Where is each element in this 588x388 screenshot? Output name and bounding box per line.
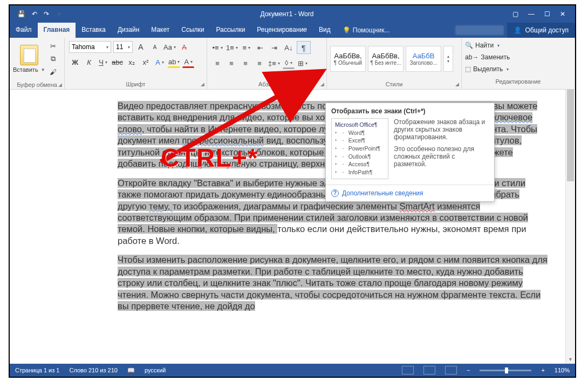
save-icon[interactable]: 💾 xyxy=(17,10,25,18)
ribbon-tabs: Файл Главная Вставка Дизайн Макет Ссылки… xyxy=(10,23,575,38)
bullets-icon[interactable]: •≡▾ xyxy=(211,42,223,53)
clear-formatting-icon[interactable]: A̶ xyxy=(179,41,190,53)
paste-icon[interactable] xyxy=(20,45,38,65)
tooltip-description: Отображение знаков абзаца и других скрыт… xyxy=(394,118,489,179)
tab-design[interactable]: Дизайн xyxy=(112,23,145,38)
show-paragraph-marks-button[interactable]: ¶ xyxy=(297,41,311,54)
tab-view[interactable]: Вид xyxy=(313,23,337,38)
paragraph-dialog-launcher[interactable]: ◢ xyxy=(320,81,324,87)
strikethrough-button[interactable]: abc xyxy=(111,56,124,68)
replace-button[interactable]: ab→ Заменить xyxy=(465,52,571,63)
decrease-indent-icon[interactable]: ⇤ xyxy=(255,42,266,53)
font-size-input[interactable]: 11▾ xyxy=(113,41,133,53)
vertical-scrollbar[interactable]: ▲ ▼ xyxy=(565,90,575,364)
multilevel-icon[interactable]: ≡▾ xyxy=(241,42,252,53)
tab-mailings[interactable]: Рассылки xyxy=(210,23,251,38)
sort-icon[interactable]: A↓ xyxy=(283,42,295,53)
zoom-out-icon[interactable]: − xyxy=(467,367,470,373)
bold-button[interactable]: Ж xyxy=(69,56,81,68)
justify-icon[interactable]: ≡ xyxy=(254,57,265,69)
window-title: Документ1 - Word xyxy=(61,10,512,18)
style-no-spacing[interactable]: АаБбВв, ¶ Без инте... xyxy=(368,46,404,72)
scroll-down-icon[interactable]: ▼ xyxy=(566,355,575,364)
borders-icon[interactable]: ⊞▾ xyxy=(297,57,309,69)
superscript-button[interactable]: x² xyxy=(140,56,152,68)
zoom-slider[interactable] xyxy=(480,370,531,371)
group-font-label: Шрифт xyxy=(126,81,145,87)
view-web-icon[interactable] xyxy=(445,366,457,375)
font-color-icon[interactable]: A▾ xyxy=(182,56,194,68)
status-proofing-icon[interactable]: 📖 xyxy=(127,367,135,374)
line-spacing-icon[interactable]: ‡≡▾ xyxy=(268,57,281,69)
tooltip-more-link[interactable]: ?Дополнительные сведения xyxy=(326,185,494,201)
shrink-font-icon[interactable]: A xyxy=(149,41,161,53)
minimize-icon[interactable]: — xyxy=(528,10,535,18)
annotation-text: CTRL+* xyxy=(161,143,258,173)
qat-customize-icon[interactable]: ▼ xyxy=(57,12,61,17)
group-paragraph-label: Абзац xyxy=(258,81,275,87)
status-bar: Страница 1 из 1 Слово 210 из 210 📖 русск… xyxy=(10,364,575,377)
styles-more-icon[interactable]: ▴▾ xyxy=(443,46,453,72)
shading-icon[interactable]: ◊▾ xyxy=(283,57,295,69)
find-button[interactable]: 🔍 Найти ▾ xyxy=(465,40,571,51)
align-center-icon[interactable]: ≡ xyxy=(225,57,237,69)
zoom-in-icon[interactable]: + xyxy=(541,367,544,373)
close-icon[interactable]: ✕ xyxy=(560,10,565,18)
account-name[interactable] xyxy=(455,25,504,35)
align-right-icon[interactable]: ≡ xyxy=(240,57,251,69)
scroll-thumb[interactable] xyxy=(567,90,574,181)
group-editing-label: Редактирование xyxy=(496,78,541,85)
redo-icon[interactable]: ↷ xyxy=(44,10,49,18)
group-styles-label: Стили xyxy=(386,81,403,87)
zoom-level[interactable]: 110% xyxy=(555,367,570,373)
view-read-icon[interactable] xyxy=(402,366,414,375)
titlebar: 💾 ↶ ↷ ▼ Документ1 - Word ▢ — ☐ ✕ xyxy=(10,5,575,23)
style-normal[interactable]: АаБбВв, ¶ Обычный xyxy=(330,46,366,72)
copy-icon[interactable]: ⧉ xyxy=(47,53,59,65)
share-button[interactable]: 👤 Общий доступ xyxy=(507,23,575,38)
tab-home[interactable]: Главная xyxy=(38,23,76,38)
select-button[interactable]: ⬚ Выделить ▾ xyxy=(465,64,571,74)
status-language[interactable]: русский xyxy=(145,367,166,373)
undo-icon[interactable]: ↶ xyxy=(32,10,37,18)
group-clipboard-label: Буфер обмена xyxy=(17,81,57,88)
tooltip-preview: Microsoft·Office¶ Word¶ Excel¶ PowerPoin… xyxy=(331,118,388,179)
text-effects-icon[interactable]: A▾ xyxy=(154,56,166,68)
font-dialog-launcher[interactable]: ◢ xyxy=(201,81,204,87)
increase-indent-icon[interactable]: ⇥ xyxy=(269,42,281,53)
highlight-icon[interactable]: ab▾ xyxy=(168,56,180,68)
tab-references[interactable]: Ссылки xyxy=(175,23,210,38)
view-print-icon[interactable] xyxy=(423,366,435,375)
ribbon: Вставить▼ ✂ ⧉ 🖌 Буфер обмена◢ Tahoma▾ 11… xyxy=(10,38,575,90)
maximize-icon[interactable]: ☐ xyxy=(544,10,550,18)
align-left-icon[interactable]: ≡ xyxy=(211,57,223,69)
cut-icon[interactable]: ✂ xyxy=(47,40,59,52)
pilcrow-tooltip: Отобразить все знаки (Ctrl+*) Microsoft·… xyxy=(325,103,495,202)
change-case-icon[interactable]: Aa▾ xyxy=(163,41,176,53)
underline-button[interactable]: Ч▾ xyxy=(97,56,109,68)
clipboard-dialog-launcher[interactable]: ◢ xyxy=(58,82,62,87)
paragraph-3[interactable]: Чтобы изменить расположение рисунка в до… xyxy=(118,254,550,312)
tab-insert[interactable]: Вставка xyxy=(76,23,112,38)
format-painter-icon[interactable]: 🖌 xyxy=(47,66,59,78)
tab-review[interactable]: Рецензирование xyxy=(251,23,313,38)
styles-dialog-launcher[interactable]: ◢ xyxy=(455,81,459,87)
status-words[interactable]: Слово 210 из 210 xyxy=(69,367,118,373)
subscript-button[interactable]: x₂ xyxy=(126,56,138,68)
italic-button[interactable]: К xyxy=(83,56,95,68)
grow-font-icon[interactable]: A xyxy=(135,41,147,53)
ribbon-options-icon[interactable]: ▢ xyxy=(512,10,518,18)
tab-layout[interactable]: Макет xyxy=(145,23,175,38)
numbering-icon[interactable]: 1≡▾ xyxy=(225,42,238,53)
paste-button[interactable]: Вставить▼ xyxy=(13,66,45,73)
font-name-input[interactable]: Tahoma▾ xyxy=(69,41,111,53)
tooltip-title: Отобразить все знаки (Ctrl+*) xyxy=(326,103,494,118)
status-page[interactable]: Страница 1 из 1 xyxy=(15,367,59,373)
style-heading1[interactable]: АаБбВ Заголово... xyxy=(406,46,441,72)
tell-me[interactable]: 💡 Помощник... xyxy=(337,23,396,38)
tab-file[interactable]: Файл xyxy=(10,23,38,38)
